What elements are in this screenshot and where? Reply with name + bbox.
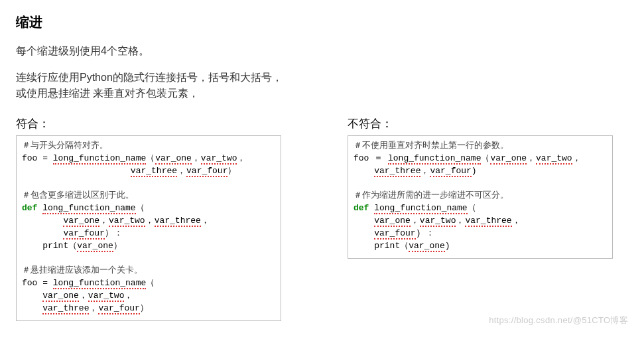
noncompliant-column: 不符合： ＃不使用垂直对齐时禁止第一行的参数。 foo ＝ long_funct… [348, 112, 613, 259]
code-comment: ＃与开头分隔符对齐。 [22, 140, 275, 153]
noncompliant-codebox: ＃不使用垂直对齐时禁止第一行的参数。 foo ＝ long_function_n… [348, 135, 613, 259]
intro-line-1: 每个缩进级别使用4个空格。 [16, 43, 628, 59]
blank-line [22, 178, 275, 190]
compliant-heading: 符合： [16, 116, 281, 131]
compliant-codebox: ＃与开头分隔符对齐。 foo = long_function_name（var_… [16, 135, 281, 321]
code-comment: ＃包含更多缩进以区别于此。 [22, 190, 275, 202]
code-line: var_three，var_four） [22, 303, 275, 315]
page-title: 缩进 [16, 13, 628, 31]
code-comment: ＃不使用垂直对齐时禁止第一行的参数。 [354, 140, 607, 153]
code-line: print（var_one） [22, 240, 275, 253]
code-line: var_four）： [22, 228, 275, 240]
blank-line [22, 253, 275, 265]
code-line: foo = long_function_name（var_one，var_two… [22, 153, 275, 165]
code-line: var_one，var_two，var_three， [22, 215, 275, 228]
code-comment: ＃作为缩进所需的进一步缩进不可区分。 [354, 190, 607, 202]
code-line: print（var_one) [354, 240, 607, 253]
columns: 符合： ＃与开头分隔符对齐。 foo = long_function_name（… [16, 112, 628, 321]
code-line: foo ＝ long_function_name（var_one，var_two… [354, 153, 607, 165]
code-comment: ＃悬挂缩进应该添加一个关卡。 [22, 265, 275, 277]
code-line: var_one，var_two， [22, 290, 275, 303]
noncompliant-heading: 不符合： [348, 116, 613, 131]
code-line: var_four) ： [354, 228, 607, 240]
code-line: def long_function_name（ [22, 202, 275, 215]
code-line: var_one，var_two，var_three， [354, 215, 607, 228]
compliant-column: 符合： ＃与开头分隔符对齐。 foo = long_function_name（… [16, 112, 281, 321]
code-line: var_three，var_four） [22, 165, 275, 178]
code-line: foo = long_function_name（ [22, 277, 275, 290]
intro-line-2: 连续行应使用Python的隐式行连接括号，括号和大括号， 或使用悬挂缩进 来垂直… [16, 70, 628, 102]
code-line: def long_function_name（ [354, 202, 607, 215]
code-line: var_three，var_four) [354, 165, 607, 178]
blank-line [354, 178, 607, 190]
